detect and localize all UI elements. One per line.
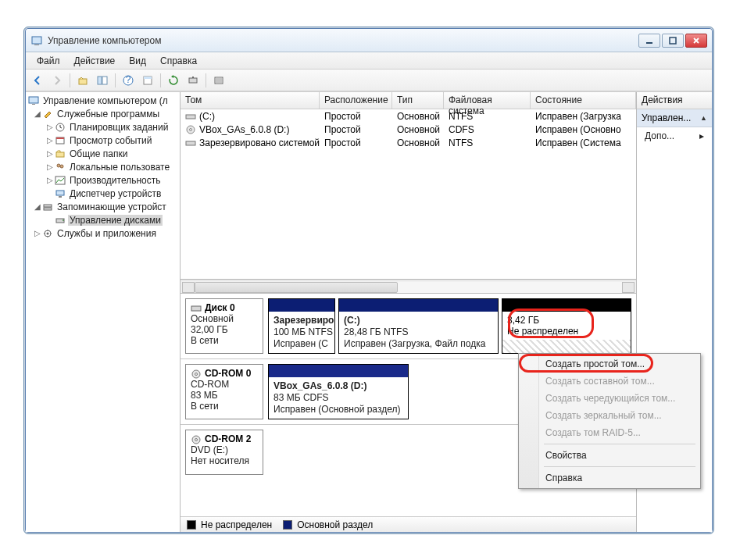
disk-info-box[interactable]: CD-ROM 0 CD-ROM 83 МБ В сети bbox=[185, 364, 263, 419]
show-hide-tree-button[interactable] bbox=[94, 72, 111, 89]
actions-header: Действия bbox=[637, 92, 712, 109]
maximize-button[interactable] bbox=[662, 34, 684, 48]
svg-rect-6 bbox=[102, 77, 107, 84]
help-button[interactable]: ? bbox=[120, 72, 137, 89]
tree-local-users[interactable]: Локальные пользовате bbox=[68, 162, 171, 173]
volume-row[interactable]: Зарезервировано системой Простой Основно… bbox=[181, 136, 636, 149]
partition-unallocated[interactable]: 3,42 ГБ Не распределен bbox=[502, 298, 631, 354]
clock-icon bbox=[54, 122, 66, 133]
expander-icon[interactable]: ▷ bbox=[46, 136, 54, 144]
expander-icon[interactable]: ▷ bbox=[46, 149, 54, 158]
storage-icon bbox=[41, 202, 54, 212]
expander-icon[interactable]: ◢ bbox=[34, 202, 41, 211]
expander-icon[interactable]: ▷ bbox=[34, 229, 41, 237]
tree-disk-management[interactable]: Управление дисками bbox=[68, 215, 163, 226]
disc-drive-icon bbox=[191, 435, 203, 444]
shared-folders-icon bbox=[54, 148, 66, 159]
tree-event-viewer[interactable]: Просмотр событий bbox=[68, 135, 153, 146]
volume-list[interactable]: (C:) Простой Основной NTFS Исправен (Заг… bbox=[181, 109, 636, 280]
svg-rect-34 bbox=[186, 141, 195, 145]
device-manager-icon bbox=[54, 188, 66, 199]
context-menu[interactable]: Создать простой том... Создать составной… bbox=[518, 353, 701, 489]
tree-system-tools[interactable]: Служебные программы bbox=[55, 109, 161, 119]
close-button[interactable] bbox=[685, 34, 707, 48]
tree-task-scheduler[interactable]: Планировщик заданий bbox=[68, 122, 170, 133]
actions-more[interactable]: Допо... ▸ bbox=[637, 127, 712, 144]
svg-rect-18 bbox=[56, 137, 64, 139]
menu-help[interactable]: Справка bbox=[520, 469, 699, 487]
legend-swatch-primary bbox=[283, 520, 292, 530]
partition-cdrom[interactable]: VBox_GAs_6.0.8 (D:) 83 МБ CDFS Исправен … bbox=[268, 364, 409, 419]
col-volume[interactable]: Том bbox=[181, 92, 320, 109]
menu-action[interactable]: Действие bbox=[68, 54, 122, 68]
expander-icon[interactable]: ▷ bbox=[46, 176, 54, 184]
svg-point-30 bbox=[47, 232, 49, 234]
minimize-button[interactable] bbox=[638, 34, 660, 48]
expander-icon[interactable]: ▷ bbox=[46, 162, 54, 171]
svg-rect-2 bbox=[646, 42, 652, 44]
svg-point-28 bbox=[63, 219, 64, 221]
svg-rect-24 bbox=[59, 196, 62, 198]
menu-create-simple-volume[interactable]: Создать простой том... bbox=[520, 355, 699, 373]
up-level-button[interactable] bbox=[74, 72, 91, 89]
disc-icon bbox=[185, 125, 196, 134]
tree-shared-folders[interactable]: Общие папки bbox=[68, 148, 129, 159]
volume-row[interactable]: (C:) Простой Основной NTFS Исправен (Заг… bbox=[181, 109, 636, 123]
tree-device-manager[interactable]: Диспетчер устройств bbox=[68, 188, 163, 199]
chevron-up-icon: ▲ bbox=[700, 114, 707, 122]
rescan-disks-button[interactable] bbox=[184, 72, 202, 89]
scroll-thumb[interactable] bbox=[195, 282, 398, 293]
svg-rect-14 bbox=[29, 97, 38, 103]
disk-management-icon bbox=[54, 215, 66, 226]
users-icon bbox=[54, 162, 66, 173]
col-status[interactable]: Состояние bbox=[531, 92, 636, 109]
col-type[interactable]: Тип bbox=[392, 92, 444, 109]
toolbar: ? bbox=[26, 70, 712, 91]
menu-properties[interactable]: Свойства bbox=[520, 447, 699, 464]
svg-text:?: ? bbox=[126, 75, 131, 85]
actions-group[interactable]: Управлен... ▲ bbox=[637, 109, 712, 127]
nav-forward-button[interactable] bbox=[48, 72, 66, 89]
volume-row[interactable]: VBox_GAs_6.0.8 (D:) Простой Основной CDF… bbox=[181, 123, 636, 136]
toolbar-action-button[interactable] bbox=[210, 72, 227, 89]
expander-icon[interactable]: ◢ bbox=[34, 109, 41, 118]
scroll-left-button[interactable] bbox=[182, 282, 195, 293]
menu-file[interactable]: Файл bbox=[30, 54, 66, 68]
volume-icon bbox=[185, 112, 196, 121]
svg-rect-1 bbox=[34, 45, 39, 45]
tree-storage[interactable]: Запоминающие устройст bbox=[55, 202, 168, 212]
disk-info-box[interactable]: CD-ROM 2 DVD (E:) Нет носителя bbox=[185, 430, 263, 475]
svg-rect-35 bbox=[191, 306, 201, 311]
expander-icon[interactable]: ▷ bbox=[46, 123, 54, 131]
svg-point-20 bbox=[57, 164, 60, 167]
col-layout[interactable]: Расположение bbox=[320, 92, 392, 109]
tree-performance[interactable]: Производительность bbox=[68, 175, 162, 186]
computer-mgmt-icon bbox=[27, 95, 40, 106]
disc-drive-icon bbox=[191, 369, 203, 379]
titlebar[interactable]: Управление компьютером bbox=[26, 29, 712, 52]
refresh-button[interactable] bbox=[165, 72, 182, 89]
disk-info-box[interactable]: Диск 0 Основной 32,00 ГБ В сети bbox=[185, 298, 263, 354]
svg-rect-25 bbox=[44, 205, 52, 207]
scroll-right-button[interactable] bbox=[622, 282, 635, 293]
svg-rect-3 bbox=[670, 37, 676, 44]
tree-root[interactable]: Управление компьютером (л bbox=[41, 95, 170, 106]
disk-icon bbox=[191, 304, 203, 313]
col-filesystem[interactable]: Файловая система bbox=[444, 92, 531, 109]
tree-services-apps[interactable]: Службы и приложения bbox=[55, 228, 158, 239]
disk-row[interactable]: Диск 0 Основной 32,00 ГБ В сети Зарезерв… bbox=[181, 294, 636, 359]
svg-rect-0 bbox=[32, 37, 41, 44]
svg-point-21 bbox=[60, 165, 63, 168]
svg-rect-15 bbox=[32, 104, 35, 105]
horizontal-scrollbar[interactable] bbox=[181, 280, 636, 294]
partition-system-reserved[interactable]: Зарезервиро 100 МБ NTFS Исправен (С bbox=[268, 298, 335, 354]
nav-back-button[interactable] bbox=[29, 72, 46, 89]
view-settings-button[interactable] bbox=[139, 72, 156, 89]
menu-help[interactable]: Справка bbox=[154, 54, 203, 68]
navigation-tree[interactable]: Управление компьютером (л ◢ Служебные пр… bbox=[26, 92, 181, 532]
menu-view[interactable]: Вид bbox=[123, 54, 152, 68]
chevron-right-icon: ▸ bbox=[699, 130, 704, 141]
svg-rect-11 bbox=[189, 78, 197, 83]
partition-c-drive[interactable]: (C:) 28,48 ГБ NTFS Исправен (Загрузка, Ф… bbox=[338, 298, 499, 354]
svg-rect-31 bbox=[186, 115, 195, 119]
